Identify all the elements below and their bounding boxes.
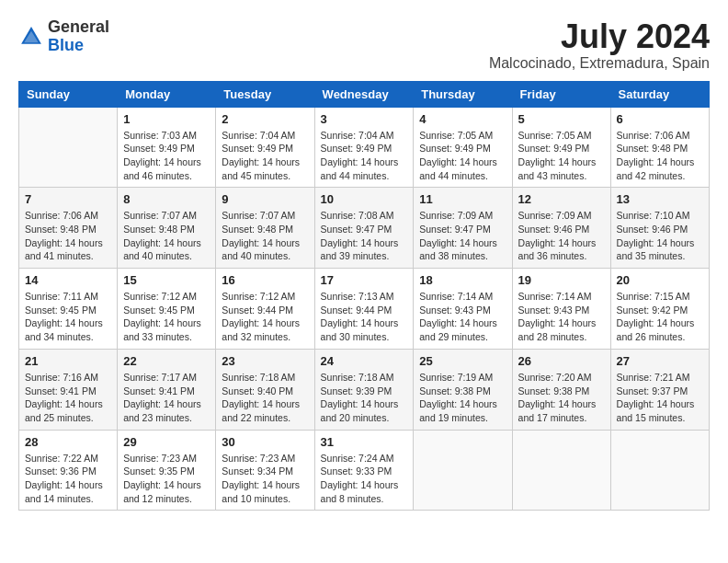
day-info: Sunrise: 7:06 AM Sunset: 9:48 PM Dayligh…: [617, 129, 703, 183]
calendar-cell: 13Sunrise: 7:10 AM Sunset: 9:46 PM Dayli…: [610, 188, 709, 269]
day-number: 13: [617, 192, 703, 206]
day-info: Sunrise: 7:15 AM Sunset: 9:42 PM Dayligh…: [617, 290, 703, 344]
day-info: Sunrise: 7:07 AM Sunset: 9:48 PM Dayligh…: [123, 209, 210, 263]
calendar-cell: 2Sunrise: 7:04 AM Sunset: 9:49 PM Daylig…: [216, 107, 314, 188]
day-number: 4: [419, 112, 506, 126]
calendar-cell: 23Sunrise: 7:18 AM Sunset: 9:40 PM Dayli…: [216, 349, 314, 430]
day-number: 11: [419, 192, 506, 206]
logo-general-text: General: [48, 17, 109, 36]
day-info: Sunrise: 7:10 AM Sunset: 9:46 PM Dayligh…: [617, 209, 703, 263]
day-number: 8: [123, 192, 210, 206]
day-number: 5: [518, 112, 605, 126]
day-number: 29: [123, 435, 210, 449]
day-number: 19: [518, 273, 605, 287]
day-number: 14: [25, 273, 111, 287]
day-info: Sunrise: 7:23 AM Sunset: 9:35 PM Dayligh…: [123, 452, 210, 506]
day-number: 23: [222, 354, 308, 368]
day-number: 12: [518, 192, 605, 206]
calendar-cell: 3Sunrise: 7:04 AM Sunset: 9:49 PM Daylig…: [314, 107, 414, 188]
calendar-cell: 30Sunrise: 7:23 AM Sunset: 9:34 PM Dayli…: [216, 430, 314, 511]
calendar-cell: 7Sunrise: 7:06 AM Sunset: 9:48 PM Daylig…: [19, 188, 118, 269]
day-number: 20: [617, 273, 703, 287]
calendar-cell: 9Sunrise: 7:07 AM Sunset: 9:48 PM Daylig…: [216, 188, 314, 269]
generalblue-logo-icon: [18, 24, 44, 50]
day-info: Sunrise: 7:12 AM Sunset: 9:45 PM Dayligh…: [123, 290, 210, 344]
day-number: 15: [123, 273, 210, 287]
day-info: Sunrise: 7:17 AM Sunset: 9:41 PM Dayligh…: [123, 371, 210, 425]
logo: General Blue: [18, 18, 109, 55]
calendar-cell: 25Sunrise: 7:19 AM Sunset: 9:38 PM Dayli…: [414, 349, 512, 430]
day-info: Sunrise: 7:11 AM Sunset: 9:45 PM Dayligh…: [25, 290, 111, 344]
calendar-cell: 27Sunrise: 7:21 AM Sunset: 9:37 PM Dayli…: [610, 349, 709, 430]
day-info: Sunrise: 7:20 AM Sunset: 9:38 PM Dayligh…: [518, 371, 605, 425]
weekday-header-thursday: Thursday: [414, 81, 512, 107]
day-number: 16: [222, 273, 308, 287]
day-number: 2: [222, 112, 308, 126]
day-info: Sunrise: 7:04 AM Sunset: 9:49 PM Dayligh…: [222, 129, 308, 183]
calendar-cell: 21Sunrise: 7:16 AM Sunset: 9:41 PM Dayli…: [19, 349, 118, 430]
day-number: 7: [25, 192, 111, 206]
day-info: Sunrise: 7:09 AM Sunset: 9:46 PM Dayligh…: [518, 209, 605, 263]
day-info: Sunrise: 7:21 AM Sunset: 9:37 PM Dayligh…: [617, 371, 703, 425]
day-number: 22: [123, 354, 210, 368]
day-number: 26: [518, 354, 605, 368]
day-number: 24: [321, 354, 408, 368]
day-info: Sunrise: 7:12 AM Sunset: 9:44 PM Dayligh…: [222, 290, 308, 344]
day-info: Sunrise: 7:06 AM Sunset: 9:48 PM Dayligh…: [25, 209, 111, 263]
day-number: 30: [222, 435, 308, 449]
day-info: Sunrise: 7:08 AM Sunset: 9:47 PM Dayligh…: [321, 209, 408, 263]
day-info: Sunrise: 7:16 AM Sunset: 9:41 PM Dayligh…: [25, 371, 111, 425]
day-number: 27: [617, 354, 703, 368]
day-info: Sunrise: 7:19 AM Sunset: 9:38 PM Dayligh…: [419, 371, 506, 425]
calendar-cell: 8Sunrise: 7:07 AM Sunset: 9:48 PM Daylig…: [118, 188, 216, 269]
day-number: 1: [123, 112, 210, 126]
calendar-cell: [414, 430, 512, 511]
calendar-cell: 15Sunrise: 7:12 AM Sunset: 9:45 PM Dayli…: [118, 269, 216, 350]
calendar-cell: 20Sunrise: 7:15 AM Sunset: 9:42 PM Dayli…: [610, 269, 709, 350]
day-info: Sunrise: 7:22 AM Sunset: 9:36 PM Dayligh…: [25, 452, 111, 506]
day-info: Sunrise: 7:23 AM Sunset: 9:34 PM Dayligh…: [222, 452, 308, 506]
day-info: Sunrise: 7:07 AM Sunset: 9:48 PM Dayligh…: [222, 209, 308, 263]
calendar-cell: [19, 107, 118, 188]
day-number: 9: [222, 192, 308, 206]
calendar-cell: 17Sunrise: 7:13 AM Sunset: 9:44 PM Dayli…: [314, 269, 414, 350]
logo-blue-text: Blue: [48, 36, 84, 54]
calendar-cell: 26Sunrise: 7:20 AM Sunset: 9:38 PM Dayli…: [512, 349, 610, 430]
day-number: 10: [321, 192, 408, 206]
day-info: Sunrise: 7:09 AM Sunset: 9:47 PM Dayligh…: [419, 209, 506, 263]
day-info: Sunrise: 7:18 AM Sunset: 9:40 PM Dayligh…: [222, 371, 308, 425]
calendar-cell: 5Sunrise: 7:05 AM Sunset: 9:49 PM Daylig…: [512, 107, 610, 188]
weekday-header-tuesday: Tuesday: [216, 81, 314, 107]
calendar-cell: 19Sunrise: 7:14 AM Sunset: 9:43 PM Dayli…: [512, 269, 610, 350]
calendar-cell: 6Sunrise: 7:06 AM Sunset: 9:48 PM Daylig…: [610, 107, 709, 188]
day-number: 18: [419, 273, 506, 287]
calendar-cell: 29Sunrise: 7:23 AM Sunset: 9:35 PM Dayli…: [118, 430, 216, 511]
day-number: 21: [25, 354, 111, 368]
weekday-header-monday: Monday: [118, 81, 216, 107]
calendar-cell: 18Sunrise: 7:14 AM Sunset: 9:43 PM Dayli…: [414, 269, 512, 350]
calendar-cell: 14Sunrise: 7:11 AM Sunset: 9:45 PM Dayli…: [19, 269, 118, 350]
day-info: Sunrise: 7:13 AM Sunset: 9:44 PM Dayligh…: [321, 290, 408, 344]
day-info: Sunrise: 7:18 AM Sunset: 9:39 PM Dayligh…: [321, 371, 408, 425]
calendar-cell: 10Sunrise: 7:08 AM Sunset: 9:47 PM Dayli…: [314, 188, 414, 269]
location-title: Malcocinado, Extremadura, Spain: [489, 55, 710, 72]
day-number: 28: [25, 435, 111, 449]
calendar-cell: [610, 430, 709, 511]
day-info: Sunrise: 7:05 AM Sunset: 9:49 PM Dayligh…: [518, 129, 605, 183]
header: General Blue July 2024 Malcocinado, Extr…: [18, 18, 710, 72]
calendar-cell: 11Sunrise: 7:09 AM Sunset: 9:47 PM Dayli…: [414, 188, 512, 269]
weekday-header-friday: Friday: [512, 81, 610, 107]
weekday-header-sunday: Sunday: [19, 81, 118, 107]
calendar-cell: 31Sunrise: 7:24 AM Sunset: 9:33 PM Dayli…: [314, 430, 414, 511]
day-number: 6: [617, 112, 703, 126]
calendar-header: SundayMondayTuesdayWednesdayThursdayFrid…: [19, 81, 710, 107]
weekday-header-wednesday: Wednesday: [314, 81, 414, 107]
month-title: July 2024: [489, 18, 710, 55]
calendar-cell: 22Sunrise: 7:17 AM Sunset: 9:41 PM Dayli…: [118, 349, 216, 430]
day-info: Sunrise: 7:14 AM Sunset: 9:43 PM Dayligh…: [419, 290, 506, 344]
calendar-cell: 16Sunrise: 7:12 AM Sunset: 9:44 PM Dayli…: [216, 269, 314, 350]
day-number: 25: [419, 354, 506, 368]
day-info: Sunrise: 7:04 AM Sunset: 9:49 PM Dayligh…: [321, 129, 408, 183]
calendar-cell: [512, 430, 610, 511]
day-number: 17: [321, 273, 408, 287]
